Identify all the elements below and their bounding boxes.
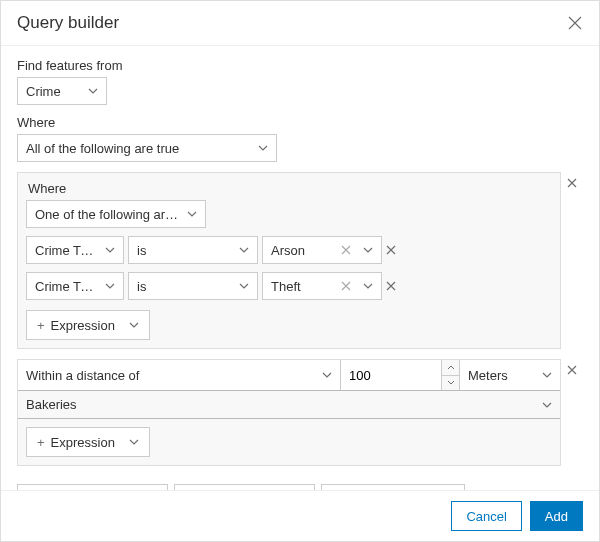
query-builder-dialog: Query builder Find features from Crime W… (0, 0, 600, 542)
chevron-down-icon (105, 247, 115, 253)
chevron-down-icon (88, 88, 98, 94)
add-expression-button[interactable]: + Expression (26, 427, 150, 457)
spatial-expression-group: Within a distance of Meters Bakeries (17, 359, 561, 466)
chevron-down-icon (187, 211, 197, 217)
remove-row-icon[interactable] (386, 245, 404, 255)
inner-condition-value: One of the following are tr… (35, 207, 179, 222)
clear-icon[interactable] (341, 281, 351, 291)
expression-group: Where One of the following are tr… Crime… (17, 172, 561, 349)
outer-condition-select[interactable]: All of the following are true (17, 134, 277, 162)
plus-icon: + (37, 435, 45, 450)
remove-group-icon[interactable] (561, 359, 583, 375)
spinner-up-icon[interactable] (442, 360, 459, 376)
dialog-header: Query builder (1, 1, 599, 46)
dialog-footer: Cancel Add (1, 490, 599, 541)
chevron-down-icon (129, 322, 139, 328)
dialog-title: Query builder (17, 13, 119, 33)
chevron-down-icon (542, 372, 552, 378)
chevron-down-icon (239, 247, 249, 253)
close-icon[interactable] (567, 15, 583, 31)
spatial-relation-select[interactable]: Within a distance of (18, 360, 341, 390)
spinner-down-icon[interactable] (442, 376, 459, 391)
chevron-down-icon (542, 402, 552, 408)
unit-select[interactable]: Meters (460, 360, 560, 390)
find-features-label: Find features from (17, 58, 583, 73)
layer-select-value: Crime (26, 84, 80, 99)
chevron-down-icon (105, 283, 115, 289)
field-select[interactable]: Crime Type (26, 272, 124, 300)
group-where-label: Where (26, 181, 552, 196)
distance-input-wrap (341, 360, 460, 390)
cancel-button[interactable]: Cancel (451, 501, 521, 531)
chevron-down-icon (322, 372, 332, 378)
field-select[interactable]: Crime Type (26, 236, 124, 264)
plus-icon: + (37, 318, 45, 333)
chevron-down-icon (363, 283, 373, 289)
remove-group-icon[interactable] (561, 172, 583, 188)
chevron-down-icon (239, 283, 249, 289)
where-label: Where (17, 115, 583, 130)
spatial-top-row: Within a distance of Meters (18, 360, 560, 391)
dialog-body: Find features from Crime Where All of th… (1, 46, 599, 490)
chevron-down-icon (258, 145, 268, 151)
operator-select[interactable]: is (128, 272, 258, 300)
add-button[interactable]: Add (530, 501, 583, 531)
remove-row-icon[interactable] (386, 281, 404, 291)
chevron-down-icon (129, 439, 139, 445)
operator-select[interactable]: is (128, 236, 258, 264)
value-select[interactable]: Arson (262, 236, 382, 264)
add-expression-button[interactable]: + Expression (26, 310, 150, 340)
inner-condition-select[interactable]: One of the following are tr… (26, 200, 206, 228)
outer-condition-value: All of the following are true (26, 141, 250, 156)
distance-input[interactable] (341, 360, 441, 390)
spatial-target-select[interactable]: Bakeries (18, 391, 560, 419)
clear-icon[interactable] (341, 245, 351, 255)
expression-row: Crime Type is Arson (26, 236, 552, 264)
expression-row: Crime Type is Theft (26, 272, 552, 300)
distance-spinner (441, 360, 459, 390)
layer-select[interactable]: Crime (17, 77, 107, 105)
chevron-down-icon (363, 247, 373, 253)
value-select[interactable]: Theft (262, 272, 382, 300)
